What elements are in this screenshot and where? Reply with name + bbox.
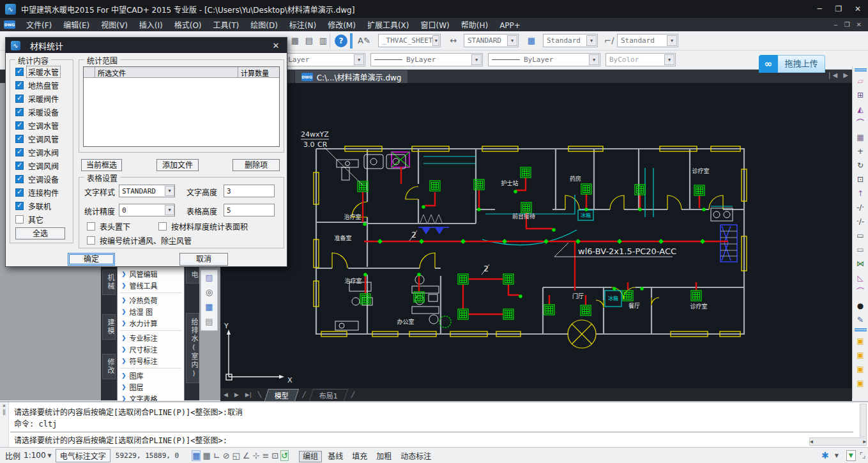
minimize-button[interactable]: ─	[814, 4, 825, 13]
file-table[interactable]: 所选文件 计算数量	[83, 66, 280, 147]
checkbox-icon[interactable]	[15, 81, 24, 89]
draw-order-below-icon[interactable]: ▣	[854, 377, 867, 390]
match-select-icon[interactable]: ✎	[854, 314, 867, 326]
trim-icon[interactable]: ▭	[854, 229, 867, 242]
chevron-down-icon[interactable]: ▼	[165, 205, 174, 215]
color-combo[interactable]: ByLayer▼	[276, 53, 365, 66]
checkbox-icon[interactable]	[15, 68, 24, 76]
menu-item[interactable]: 视图(V)	[95, 20, 133, 31]
tab-first-arrow[interactable]: ◀	[220, 391, 231, 398]
snap-icon[interactable]: ▦	[192, 450, 201, 461]
chevron-down-icon[interactable]: ▼	[835, 453, 839, 459]
text-style-combo[interactable]: _THVAC_SHEET▼	[378, 34, 441, 47]
text-height-input[interactable]	[224, 185, 275, 197]
offset-icon[interactable]: ⌒	[854, 117, 867, 130]
palette-item[interactable]: ❯ 尺寸标注	[118, 344, 184, 355]
stat-checkbox-2[interactable]: 采暖阀件	[10, 92, 73, 105]
table-style-icon[interactable]: ▦	[201, 300, 217, 314]
chevron-down-icon[interactable]: ▼	[586, 35, 597, 46]
palette-item[interactable]: ❯ 冷热负荷	[118, 294, 184, 306]
dock-tab-修改[interactable]: 修改	[102, 354, 116, 379]
annotation-dropdown-icon[interactable]: ▼	[846, 450, 856, 461]
help-icon[interactable]: ?	[335, 34, 347, 47]
break-icon[interactable]: ·∕-	[854, 215, 867, 228]
dock-tab-机械[interactable]: 机械	[102, 269, 116, 295]
stat-checkbox-6[interactable]: 空调水阀	[10, 146, 73, 159]
join-icon[interactable]: ⋈	[854, 257, 867, 270]
precision-combo[interactable]: 0▼	[119, 204, 175, 216]
checkbox-icon[interactable]	[15, 135, 24, 143]
stat-checkbox-8[interactable]: 空调设备	[10, 172, 73, 186]
chevron-down-icon[interactable]: ▼	[354, 54, 364, 65]
command-horizontal-scrollbar[interactable]: ◀▶	[809, 437, 867, 446]
dim-style-combo[interactable]: STANDARD▼	[464, 34, 519, 47]
chevron-down-icon[interactable]: ▼	[165, 186, 174, 196]
checkbox-icon[interactable]	[87, 222, 95, 231]
ortho-icon[interactable]: ∟	[213, 450, 221, 461]
close-button[interactable]: ✕	[853, 4, 863, 13]
command-prompt[interactable]: 请选择要统计的内容后按确定[选取闭合PLINE(P)]<整张图>:	[14, 434, 227, 445]
chevron-down-icon[interactable]: ▼	[432, 35, 439, 46]
linetype-combo[interactable]: ByLayer▼	[370, 53, 483, 66]
lineweight-combo[interactable]: ByLayer▼	[488, 53, 600, 66]
mdi-close-button[interactable]: ✕	[857, 21, 862, 28]
draw-order-front-icon[interactable]: ▣	[854, 335, 867, 347]
ok-button[interactable]: 确定	[68, 253, 115, 266]
grid-icon[interactable]: ▦	[202, 450, 211, 461]
command-vertical-scrollbar[interactable]	[860, 404, 867, 437]
dim-style-icon[interactable]: ↔	[447, 34, 460, 47]
palette-item[interactable]: ❯ 符号标注	[118, 355, 184, 367]
array-icon[interactable]: ▦	[854, 131, 867, 144]
checkbox-icon[interactable]	[15, 188, 24, 197]
palette-item[interactable]: ❯ 管线工具	[118, 280, 184, 291]
stat-checkbox-4[interactable]: 空调水管	[10, 119, 73, 132]
tab-model[interactable]: 模型	[264, 389, 299, 401]
chevron-down-icon[interactable]: ▼	[589, 54, 599, 65]
checkbox-icon[interactable]	[15, 95, 24, 103]
drawing-canvas[interactable]: 24wxYZ3.0CR治疗室准备室护士站药房前台接待冰箱诊疗室治疗室办公室门厅冰…	[220, 83, 852, 388]
select-all-button[interactable]: 全选	[15, 227, 65, 239]
menu-item[interactable]: 编辑(E)	[57, 20, 95, 31]
toggle-基线[interactable]: 基线	[324, 452, 346, 462]
menu-item[interactable]: 插入(I)	[133, 20, 169, 31]
palette-item[interactable]: ❯ 水力计算	[118, 317, 184, 329]
explode-icon[interactable]: ●	[854, 300, 867, 312]
fullscreen-icon[interactable]: ⌜⌟	[860, 451, 864, 460]
command-window-rail[interactable]: ✕‖	[0, 402, 9, 448]
maximize-button[interactable]: ❐	[834, 4, 844, 13]
by-thickness-checkbox[interactable]: 按材料厚度统计表面积	[153, 220, 249, 233]
dyn-input-icon[interactable]: ↺	[280, 450, 289, 461]
dialog-close-icon[interactable]: ✕	[270, 41, 282, 50]
document-tab-active[interactable]: DWG C:\...\材料清单演示.dwg	[295, 70, 408, 83]
by-number-checkbox[interactable]: 按编号统计通风、除尘风管	[82, 234, 193, 247]
palette-item[interactable]: ❯ 专业标注	[118, 332, 184, 344]
stat-checkbox-11[interactable]: 其它	[10, 213, 73, 226]
toggle-填充[interactable]: 填充	[349, 452, 370, 462]
donut-icon[interactable]: ◎	[201, 285, 217, 300]
stat-checkbox-10[interactable]: 多联机	[10, 199, 73, 213]
draw-order-above-icon[interactable]: ▣	[854, 363, 867, 376]
header-bottom-checkbox[interactable]: 表头置下	[82, 220, 132, 233]
move-icon[interactable]: +	[854, 145, 867, 158]
mdi-minimize-button[interactable]: ‒	[834, 21, 837, 28]
chevron-down-icon[interactable]: ▼	[48, 453, 52, 459]
snap-node-icon[interactable]: ⊹	[252, 450, 260, 461]
current-select-button[interactable]: 当前框选	[81, 159, 122, 171]
slide-icon[interactable]: ▤	[201, 314, 217, 329]
toggle-加粗[interactable]: 加粗	[373, 452, 395, 462]
draw-order-back-icon[interactable]: ▣	[854, 349, 867, 361]
otrack-icon[interactable]: ∠	[242, 450, 251, 461]
stat-checkbox-0[interactable]: 采暖水管	[10, 65, 73, 79]
add-file-button[interactable]: 添加文件	[156, 159, 199, 171]
toggle-动态标注[interactable]: 动态标注	[397, 452, 434, 462]
text-style-combo[interactable]: STANDARD▼	[119, 185, 175, 197]
stat-checkbox-1[interactable]: 地热盘管	[10, 79, 73, 92]
palette-item[interactable]: ❯ 图库	[118, 370, 184, 381]
mleader-style-icon[interactable]: ⌐∕	[603, 34, 616, 47]
annotation-text-button[interactable]: 电气标注文字	[56, 449, 110, 462]
extend-icon[interactable]: ▭	[854, 243, 867, 256]
checkbox-icon[interactable]	[15, 215, 24, 224]
fillet-icon[interactable]: ⌒	[854, 285, 867, 298]
tab-next-arrow[interactable]: ▶	[231, 391, 242, 398]
table-header-qty[interactable]: 计算数量	[238, 67, 279, 77]
